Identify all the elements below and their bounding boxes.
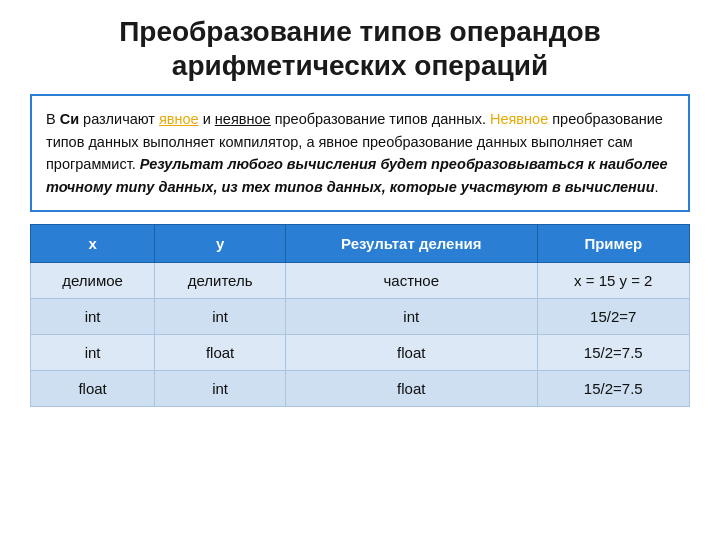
page-title: Преобразование типов операндов арифметич… <box>30 10 690 82</box>
table-row: int int int 15/2=7 <box>31 299 690 335</box>
cell: float <box>155 335 286 371</box>
cell: float <box>286 335 538 371</box>
table-body: делимое делитель частное x = 15 y = 2 in… <box>31 263 690 407</box>
cell: 15/2=7.5 <box>537 371 689 407</box>
table-row: float int float 15/2=7.5 <box>31 371 690 407</box>
cell: частное <box>286 263 538 299</box>
cell: int <box>31 299 155 335</box>
header-row: x y Результат деления Пример <box>31 225 690 263</box>
table-row: int float float 15/2=7.5 <box>31 335 690 371</box>
info-text: В Си различают явное и неявное преобразо… <box>46 111 668 194</box>
cell: делитель <box>155 263 286 299</box>
col-header-y: y <box>155 225 286 263</box>
cell: 15/2=7.5 <box>537 335 689 371</box>
table-row: делимое делитель частное x = 15 y = 2 <box>31 263 690 299</box>
col-header-example: Пример <box>537 225 689 263</box>
col-header-x: x <box>31 225 155 263</box>
cell: float <box>286 371 538 407</box>
cell: делимое <box>31 263 155 299</box>
cell: int <box>31 335 155 371</box>
неявное2-label: Неявное <box>490 111 548 127</box>
cell: 15/2=7 <box>537 299 689 335</box>
result-statement: Результат любого вычисления будет преобр… <box>46 156 668 194</box>
cell: float <box>31 371 155 407</box>
явное-label: явное <box>159 111 199 127</box>
cell: int <box>286 299 538 335</box>
col-header-result: Результат деления <box>286 225 538 263</box>
cell: int <box>155 371 286 407</box>
cell: int <box>155 299 286 335</box>
page: Преобразование типов операндов арифметич… <box>0 0 720 540</box>
table-wrapper: x y Результат деления Пример делимое дел… <box>30 224 690 520</box>
si-label: Си <box>60 111 79 127</box>
неявное-label: неявное <box>215 111 271 127</box>
table-header: x y Результат деления Пример <box>31 225 690 263</box>
cell: x = 15 y = 2 <box>537 263 689 299</box>
info-box: В Си различают явное и неявное преобразо… <box>30 94 690 212</box>
data-table: x y Результат деления Пример делимое дел… <box>30 224 690 407</box>
